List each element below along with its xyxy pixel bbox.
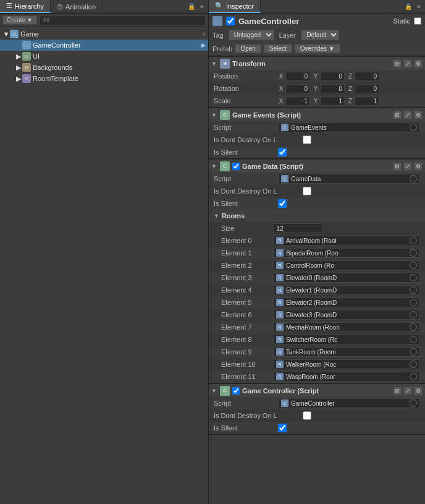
list-item[interactable]: ▶ U UI	[0, 51, 208, 62]
search-input[interactable]	[40, 15, 206, 25]
inspector-lock-icon[interactable]: 🔒	[403, 3, 414, 10]
ge-script-ref[interactable]: C GameEvents	[278, 122, 420, 132]
hierarchy-menu-icon[interactable]: ≡	[198, 3, 206, 10]
element-ref[interactable]: R Elevator0 (RoomD	[273, 273, 420, 283]
ge-expand-icon[interactable]: ⤢	[403, 111, 412, 119]
gd-copy-icon[interactable]: ⊞	[393, 162, 402, 171]
ge-icon: C	[220, 110, 230, 120]
rot-x-input[interactable]	[285, 84, 310, 93]
select-button[interactable]: Select	[264, 44, 292, 53]
gc-dont-destroy-checkbox[interactable]	[303, 411, 311, 420]
element-select-icon[interactable]	[410, 348, 417, 356]
element-ref[interactable]: R TankRoom (Room	[273, 347, 420, 357]
ge-silent-checkbox[interactable]	[278, 148, 287, 156]
element-ref-text: Elevator1 (RoomD	[286, 287, 407, 294]
list-item[interactable]: ▶ B Backgrounds	[0, 62, 208, 73]
gc-silent-checkbox[interactable]	[278, 424, 287, 432]
element-ref[interactable]: R ArrivalRoom (Rool	[273, 236, 420, 246]
list-item[interactable]: ▼ G Game ≡	[0, 28, 208, 40]
gd-dont-destroy-checkbox[interactable]	[303, 187, 311, 195]
element-select-icon[interactable]	[410, 262, 417, 269]
element-ref[interactable]: R MechaRoom (Roon	[273, 322, 420, 332]
gd-silent-checkbox[interactable]	[278, 199, 287, 208]
element-select-icon[interactable]	[410, 249, 417, 257]
ge-menu-icon[interactable]: ⚙	[414, 111, 423, 119]
transform-expand-icon[interactable]: ⤢	[403, 59, 412, 68]
element-select-icon[interactable]	[410, 286, 417, 294]
element-ref[interactable]: R WaspRoom (Roor	[273, 372, 420, 382]
gd-menu-icon[interactable]: ⚙	[414, 162, 423, 171]
list-item[interactable]: ▶ R RoomTemplate	[0, 73, 208, 84]
tree-item-label: GameController	[33, 41, 81, 49]
element-select-icon[interactable]	[410, 323, 417, 331]
go-active-checkbox[interactable]	[226, 17, 235, 25]
gd-expand-icon[interactable]: ⤢	[403, 162, 412, 171]
scale-x-input[interactable]	[285, 96, 310, 106]
transform-header[interactable]: ▼ ⊕ Transform ⊞ ⤢ ⚙	[209, 56, 425, 70]
tree-expand-ui[interactable]: ▶	[15, 53, 22, 61]
element-select-icon[interactable]	[410, 311, 417, 318]
ge-copy-icon[interactable]: ⊞	[393, 111, 402, 119]
element-select-icon[interactable]	[410, 274, 417, 281]
element-ref[interactable]: R Elevator2 (RoomD	[273, 297, 420, 307]
gc-icon: C	[220, 386, 230, 396]
pos-x-input[interactable]	[285, 72, 310, 81]
hierarchy-lock-icon[interactable]: 🔒	[186, 3, 197, 10]
element-ref[interactable]: R Elevator1 (RoomD	[273, 285, 420, 295]
static-checkbox[interactable]	[414, 17, 421, 25]
pos-y-input[interactable]	[320, 72, 345, 81]
transform-copy-icon[interactable]: ⊞	[393, 59, 402, 68]
rot-x-label: X	[278, 85, 284, 92]
element-select-icon[interactable]	[410, 336, 417, 343]
gc-script-select-icon[interactable]	[410, 399, 417, 407]
element-select-icon[interactable]	[410, 373, 417, 380]
element-ref-icon: R	[276, 336, 284, 343]
element-ref[interactable]: R BipedalRoom (Roo	[273, 248, 420, 258]
tag-dropdown[interactable]: Untagged	[229, 30, 274, 40]
inspector-menu-icon[interactable]: ≡	[415, 3, 423, 10]
element-select-icon[interactable]	[410, 299, 417, 306]
tree-expand-bg[interactable]: ▶	[15, 64, 22, 72]
gc-menu-icon[interactable]: ⚙	[414, 387, 423, 395]
gc-copy-icon[interactable]: ⊞	[393, 387, 402, 395]
game-events-header[interactable]: ▼ C Game Events (Script) ⊞ ⤢ ⚙	[209, 108, 425, 121]
transform-menu-icon[interactable]: ⚙	[414, 59, 423, 68]
element-ref[interactable]: R ControlRoom (Ro	[273, 260, 420, 270]
create-button[interactable]: Create ▼	[2, 15, 37, 25]
table-row: Element 7 R MechaRoom (Roon	[209, 321, 425, 333]
open-button[interactable]: Open	[235, 44, 261, 53]
scale-y-input[interactable]	[320, 96, 345, 106]
ge-script-select-icon[interactable]	[410, 124, 417, 131]
tab-hierarchy[interactable]: ☰ Hierarchy	[0, 0, 51, 13]
gc-active-checkbox[interactable]	[232, 387, 240, 395]
layer-dropdown[interactable]: Default	[301, 30, 339, 40]
pos-z-input[interactable]	[355, 72, 379, 81]
gc-expand-icon[interactable]: ⤢	[403, 387, 412, 395]
size-input[interactable]	[273, 223, 322, 233]
elements-list: Element 0 R ArrivalRoom (Rool Element 1 …	[209, 234, 425, 383]
tab-animation[interactable]: ◷ Animation	[51, 0, 103, 13]
gd-script-select-icon[interactable]	[410, 175, 417, 182]
element-ref[interactable]: R SwitcherRoom (Rc	[273, 335, 420, 344]
list-item[interactable]: GameController ▶	[0, 40, 208, 51]
scale-z-input[interactable]	[355, 96, 379, 106]
gd-script-ref[interactable]: C GameData	[278, 174, 420, 184]
gc-script-ref[interactable]: C GameController	[278, 398, 420, 408]
overrides-button[interactable]: Overrides ▼	[295, 44, 340, 53]
element-select-icon[interactable]	[410, 237, 417, 244]
tab-inspector[interactable]: 🔍 Inspector	[209, 0, 261, 13]
tree-expand-game[interactable]: ▼	[2, 30, 10, 38]
rot-y-input[interactable]	[320, 84, 345, 93]
ge-dont-destroy-checkbox[interactable]	[303, 135, 311, 144]
element-ref[interactable]: R Elevator3 (RoomD	[273, 310, 420, 320]
tag-label: Tag	[212, 32, 224, 39]
element-ref[interactable]: R WalkerRoom (Roc	[273, 359, 420, 369]
tree-expand-rt[interactable]: ▶	[15, 75, 22, 83]
gd-active-checkbox[interactable]	[232, 163, 240, 170]
element-select-icon[interactable]	[410, 361, 417, 368]
rooms-header[interactable]: ▼ Rooms	[209, 210, 425, 222]
gc-script-header[interactable]: ▼ C Game Controller (Script ⊞ ⤢ ⚙	[209, 383, 425, 397]
rot-z-input[interactable]	[355, 84, 379, 93]
element-label: Element 9	[221, 348, 271, 356]
game-data-header[interactable]: ▼ C Game Data (Script) ⊞ ⤢ ⚙	[209, 159, 425, 173]
